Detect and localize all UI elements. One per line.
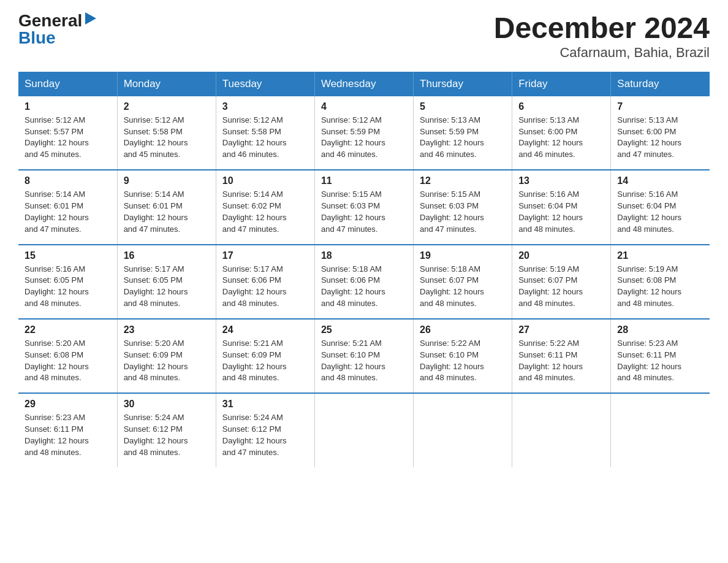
calendar-cell: 18 Sunrise: 5:18 AM Sunset: 6:06 PM Dayl… [314, 245, 413, 319]
calendar-cell: 1 Sunrise: 5:12 AM Sunset: 5:57 PM Dayli… [18, 96, 117, 170]
calendar-week-4: 22 Sunrise: 5:20 AM Sunset: 6:08 PM Dayl… [18, 319, 710, 393]
day-number: 7 [617, 101, 703, 112]
day-number: 15 [25, 250, 111, 261]
calendar-table: SundayMondayTuesdayWednesdayThursdayFrid… [18, 72, 710, 467]
calendar-cell: 12 Sunrise: 5:15 AM Sunset: 6:03 PM Dayl… [414, 170, 512, 244]
calendar-cell: 31 Sunrise: 5:24 AM Sunset: 6:12 PM Dayl… [216, 393, 314, 467]
day-number: 26 [420, 324, 506, 335]
calendar-cell [512, 393, 611, 467]
day-detail: Sunrise: 5:12 AM Sunset: 5:59 PM Dayligh… [321, 115, 407, 161]
calendar-cell: 14 Sunrise: 5:16 AM Sunset: 6:04 PM Dayl… [611, 170, 710, 244]
day-detail: Sunrise: 5:20 AM Sunset: 6:08 PM Dayligh… [25, 338, 111, 384]
calendar-cell: 25 Sunrise: 5:21 AM Sunset: 6:10 PM Dayl… [314, 319, 413, 393]
calendar-cell: 2 Sunrise: 5:12 AM Sunset: 5:58 PM Dayli… [117, 96, 216, 170]
page-title: December 2024 [494, 12, 710, 45]
day-detail: Sunrise: 5:14 AM Sunset: 6:02 PM Dayligh… [222, 189, 308, 235]
header-friday: Friday [512, 72, 611, 96]
calendar-cell: 19 Sunrise: 5:18 AM Sunset: 6:07 PM Dayl… [414, 245, 512, 319]
day-number: 31 [222, 399, 308, 410]
day-detail: Sunrise: 5:15 AM Sunset: 6:03 PM Dayligh… [321, 189, 407, 235]
day-number: 17 [222, 250, 308, 261]
day-detail: Sunrise: 5:16 AM Sunset: 6:04 PM Dayligh… [518, 189, 604, 235]
day-number: 19 [420, 250, 506, 261]
calendar-cell: 7 Sunrise: 5:13 AM Sunset: 6:00 PM Dayli… [611, 96, 710, 170]
day-number: 3 [222, 101, 308, 112]
day-number: 21 [617, 250, 703, 261]
day-detail: Sunrise: 5:18 AM Sunset: 6:07 PM Dayligh… [420, 264, 506, 310]
day-number: 1 [25, 101, 111, 112]
header-monday: Monday [117, 72, 216, 96]
day-detail: Sunrise: 5:19 AM Sunset: 6:08 PM Dayligh… [617, 264, 703, 310]
day-detail: Sunrise: 5:13 AM Sunset: 5:59 PM Dayligh… [420, 115, 506, 161]
day-number: 11 [321, 175, 407, 186]
day-detail: Sunrise: 5:19 AM Sunset: 6:07 PM Dayligh… [518, 264, 604, 310]
day-detail: Sunrise: 5:17 AM Sunset: 6:06 PM Dayligh… [222, 264, 308, 310]
header-wednesday: Wednesday [314, 72, 413, 96]
day-detail: Sunrise: 5:21 AM Sunset: 6:10 PM Dayligh… [321, 338, 407, 384]
day-number: 27 [518, 324, 604, 335]
day-detail: Sunrise: 5:23 AM Sunset: 6:11 PM Dayligh… [617, 338, 703, 384]
day-detail: Sunrise: 5:24 AM Sunset: 6:12 PM Dayligh… [222, 412, 308, 458]
calendar-cell: 11 Sunrise: 5:15 AM Sunset: 6:03 PM Dayl… [314, 170, 413, 244]
calendar-cell: 28 Sunrise: 5:23 AM Sunset: 6:11 PM Dayl… [611, 319, 710, 393]
day-number: 18 [321, 250, 407, 261]
day-detail: Sunrise: 5:18 AM Sunset: 6:06 PM Dayligh… [321, 264, 407, 310]
calendar-cell: 23 Sunrise: 5:20 AM Sunset: 6:09 PM Dayl… [117, 319, 216, 393]
title-block: December 2024 Cafarnaum, Bahia, Brazil [494, 12, 710, 61]
calendar-cell: 26 Sunrise: 5:22 AM Sunset: 6:10 PM Dayl… [414, 319, 512, 393]
calendar-cell: 10 Sunrise: 5:14 AM Sunset: 6:02 PM Dayl… [216, 170, 314, 244]
header-saturday: Saturday [611, 72, 710, 96]
day-detail: Sunrise: 5:24 AM Sunset: 6:12 PM Dayligh… [124, 412, 210, 458]
day-number: 2 [124, 101, 210, 112]
day-number: 12 [420, 175, 506, 186]
day-number: 14 [617, 175, 703, 186]
day-detail: Sunrise: 5:22 AM Sunset: 6:11 PM Dayligh… [518, 338, 604, 384]
day-number: 29 [25, 399, 111, 410]
day-number: 10 [222, 175, 308, 186]
calendar-cell [611, 393, 710, 467]
day-detail: Sunrise: 5:16 AM Sunset: 6:05 PM Dayligh… [25, 264, 111, 310]
calendar-cell: 16 Sunrise: 5:17 AM Sunset: 6:05 PM Dayl… [117, 245, 216, 319]
calendar-cell [414, 393, 512, 467]
day-number: 25 [321, 324, 407, 335]
day-number: 30 [124, 399, 210, 410]
calendar-cell: 3 Sunrise: 5:12 AM Sunset: 5:58 PM Dayli… [216, 96, 314, 170]
day-number: 16 [124, 250, 210, 261]
day-detail: Sunrise: 5:22 AM Sunset: 6:10 PM Dayligh… [420, 338, 506, 384]
calendar-cell: 13 Sunrise: 5:16 AM Sunset: 6:04 PM Dayl… [512, 170, 611, 244]
day-detail: Sunrise: 5:12 AM Sunset: 5:58 PM Dayligh… [124, 115, 210, 161]
page-header: General Blue December 2024 Cafarnaum, Ba… [18, 12, 710, 61]
day-number: 4 [321, 101, 407, 112]
day-number: 5 [420, 101, 506, 112]
calendar-week-3: 15 Sunrise: 5:16 AM Sunset: 6:05 PM Dayl… [18, 245, 710, 319]
day-number: 13 [518, 175, 604, 186]
day-detail: Sunrise: 5:23 AM Sunset: 6:11 PM Dayligh… [25, 412, 111, 458]
calendar-week-1: 1 Sunrise: 5:12 AM Sunset: 5:57 PM Dayli… [18, 96, 710, 170]
calendar-cell: 20 Sunrise: 5:19 AM Sunset: 6:07 PM Dayl… [512, 245, 611, 319]
calendar-cell: 9 Sunrise: 5:14 AM Sunset: 6:01 PM Dayli… [117, 170, 216, 244]
calendar-cell: 8 Sunrise: 5:14 AM Sunset: 6:01 PM Dayli… [18, 170, 117, 244]
calendar-week-2: 8 Sunrise: 5:14 AM Sunset: 6:01 PM Dayli… [18, 170, 710, 244]
logo: General Blue [18, 12, 97, 47]
calendar-week-5: 29 Sunrise: 5:23 AM Sunset: 6:11 PM Dayl… [18, 393, 710, 467]
day-detail: Sunrise: 5:21 AM Sunset: 6:09 PM Dayligh… [222, 338, 308, 384]
calendar-cell: 5 Sunrise: 5:13 AM Sunset: 5:59 PM Dayli… [414, 96, 512, 170]
day-detail: Sunrise: 5:14 AM Sunset: 6:01 PM Dayligh… [25, 189, 111, 235]
day-number: 6 [518, 101, 604, 112]
day-detail: Sunrise: 5:12 AM Sunset: 5:58 PM Dayligh… [222, 115, 308, 161]
day-number: 23 [124, 324, 210, 335]
logo-blue: Blue [18, 29, 56, 47]
day-detail: Sunrise: 5:15 AM Sunset: 6:03 PM Dayligh… [420, 189, 506, 235]
calendar-header-row: SundayMondayTuesdayWednesdayThursdayFrid… [18, 72, 710, 96]
header-tuesday: Tuesday [216, 72, 314, 96]
day-number: 8 [25, 175, 111, 186]
calendar-cell [314, 393, 413, 467]
calendar-cell: 4 Sunrise: 5:12 AM Sunset: 5:59 PM Dayli… [314, 96, 413, 170]
calendar-cell: 6 Sunrise: 5:13 AM Sunset: 6:00 PM Dayli… [512, 96, 611, 170]
calendar-cell: 17 Sunrise: 5:17 AM Sunset: 6:06 PM Dayl… [216, 245, 314, 319]
day-number: 28 [617, 324, 703, 335]
day-number: 9 [124, 175, 210, 186]
header-thursday: Thursday [414, 72, 512, 96]
day-number: 22 [25, 324, 111, 335]
day-detail: Sunrise: 5:13 AM Sunset: 6:00 PM Dayligh… [518, 115, 604, 161]
